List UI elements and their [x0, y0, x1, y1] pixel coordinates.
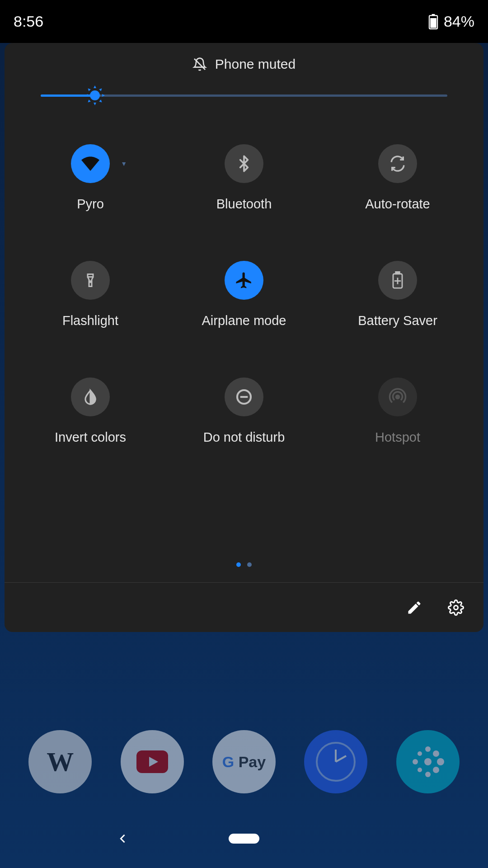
- tile-flashlight[interactable]: Flashlight: [14, 261, 167, 377]
- settings-button[interactable]: [446, 598, 465, 617]
- tile-invert[interactable]: Invert colors: [14, 377, 167, 494]
- tile-label: Auto-rotate: [365, 197, 430, 212]
- tile-batterysaver[interactable]: Battery Saver: [321, 261, 474, 377]
- bell-muted-icon: [192, 57, 207, 71]
- hotspot-icon: [378, 377, 417, 416]
- svg-point-5: [425, 772, 431, 777]
- svg-rect-21: [396, 272, 400, 274]
- brightness-thumb-icon[interactable]: [84, 85, 106, 106]
- svg-point-19: [90, 281, 91, 283]
- bluetooth-icon: [225, 144, 263, 183]
- dock-app-clock[interactable]: [304, 730, 367, 793]
- tile-label: Airplane mode: [202, 313, 286, 328]
- status-time: 8:56: [14, 13, 43, 30]
- svg-point-27: [454, 605, 458, 609]
- chevron-down-icon[interactable]: ▼: [121, 160, 127, 167]
- tile-airplane[interactable]: Airplane mode: [167, 261, 321, 377]
- svg-rect-15: [430, 18, 436, 28]
- dock-app-youtube[interactable]: [121, 730, 184, 793]
- tile-label: Battery Saver: [358, 313, 437, 328]
- qs-footer: [5, 582, 483, 632]
- quick-settings-panel: Phone muted ▼ Pyro Bluetooth Auto-ro: [5, 43, 483, 632]
- svg-line-3: [336, 756, 346, 762]
- svg-point-26: [396, 396, 399, 399]
- status-bar: 8:56 84%: [0, 0, 488, 43]
- dock-app-wikipedia[interactable]: W: [28, 730, 92, 793]
- qs-pager[interactable]: [5, 562, 483, 582]
- tile-hotspot[interactable]: Hotspot: [321, 377, 474, 494]
- nav-back-button[interactable]: [117, 832, 129, 845]
- autorotate-icon: [378, 144, 417, 183]
- wifi-icon: ▼: [71, 144, 110, 183]
- svg-point-9: [433, 750, 439, 757]
- tile-label: Invert colors: [55, 430, 126, 445]
- battery-icon: [428, 14, 438, 29]
- brightness-slider[interactable]: [5, 85, 483, 126]
- flashlight-icon: [71, 261, 110, 300]
- svg-point-10: [418, 768, 422, 772]
- tile-dnd[interactable]: Do not disturb: [167, 377, 321, 494]
- nav-home-pill[interactable]: [229, 834, 259, 844]
- svg-point-7: [437, 758, 444, 765]
- svg-point-6: [413, 759, 418, 764]
- tile-label: Pyro: [77, 197, 104, 212]
- svg-point-4: [425, 746, 431, 752]
- invert-icon: [71, 377, 110, 416]
- dnd-icon: [225, 377, 263, 416]
- svg-point-12: [424, 758, 432, 765]
- tile-label: Flashlight: [62, 313, 118, 328]
- pager-dot: [247, 562, 252, 567]
- svg-point-11: [433, 767, 439, 773]
- dock-app-fitbit[interactable]: [396, 730, 460, 793]
- svg-point-17: [90, 90, 100, 100]
- tile-wifi[interactable]: ▼ Pyro: [14, 144, 167, 261]
- batterysaver-icon: [378, 261, 417, 300]
- tile-label: Bluetooth: [216, 197, 272, 212]
- dock-app-gpay[interactable]: G Pay: [212, 730, 276, 793]
- svg-point-8: [418, 751, 422, 756]
- qs-tiles-grid: ▼ Pyro Bluetooth Auto-rotate Flashlight: [5, 126, 483, 562]
- tile-bluetooth[interactable]: Bluetooth: [167, 144, 321, 261]
- status-battery-pct: 84%: [444, 13, 474, 30]
- home-dock: W G Pay: [0, 730, 488, 793]
- tile-autorotate[interactable]: Auto-rotate: [321, 144, 474, 261]
- nav-bar: [0, 809, 488, 868]
- edit-button[interactable]: [405, 598, 424, 617]
- tile-label: Hotspot: [375, 430, 420, 445]
- svg-rect-18: [88, 274, 93, 277]
- qs-header-text: Phone muted: [215, 57, 296, 72]
- tile-label: Do not disturb: [203, 430, 285, 445]
- qs-header: Phone muted: [5, 57, 483, 85]
- pager-dot-active: [236, 562, 241, 567]
- airplane-icon: [225, 261, 263, 300]
